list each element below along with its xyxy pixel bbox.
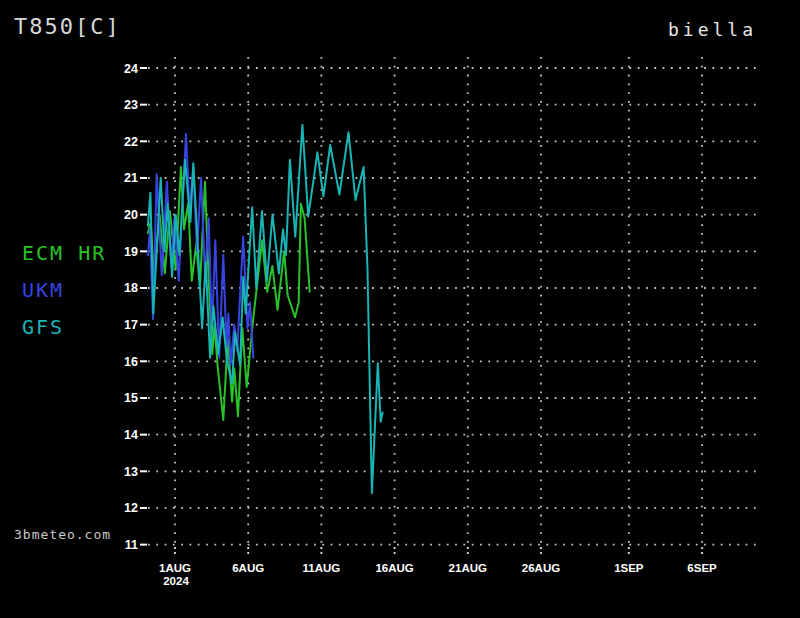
y-tick-label: 14 xyxy=(124,428,138,442)
series-line-gfs xyxy=(148,125,383,494)
y-tick-label: 17 xyxy=(124,318,138,332)
x-tick-label: 1AUG xyxy=(159,562,191,574)
x-tick-label: 11AUG xyxy=(303,562,341,574)
y-tick-label: 16 xyxy=(124,355,138,369)
y-tick-label: 22 xyxy=(124,135,138,149)
y-tick-label: 21 xyxy=(124,171,138,185)
y-tick-label: 19 xyxy=(124,245,138,259)
x-tick-sublabel: 2024 xyxy=(163,575,189,587)
y-tick-label: 13 xyxy=(124,465,138,479)
chart-canvas: 24232221201918171615141312111AUG20246AUG… xyxy=(0,0,800,618)
series-line-ecm-hr xyxy=(148,167,310,420)
y-tick-label: 15 xyxy=(124,391,138,405)
x-tick-label: 6AUG xyxy=(232,562,264,574)
y-tick-label: 11 xyxy=(125,538,138,552)
x-tick-label: 21AUG xyxy=(449,562,487,574)
x-tick-label: 16AUG xyxy=(375,562,413,574)
x-tick-label: 6SEP xyxy=(687,562,717,574)
y-tick-label: 18 xyxy=(124,281,138,295)
y-tick-label: 23 xyxy=(124,98,138,112)
y-tick-label: 20 xyxy=(124,208,138,222)
y-tick-label: 12 xyxy=(124,501,138,515)
x-tick-label: 26AUG xyxy=(522,562,560,574)
y-tick-label: 24 xyxy=(124,62,138,76)
x-tick-label: 1SEP xyxy=(614,562,644,574)
meteogram-screen: T850[C] biella ECM HR UKM GFS 3bmeteo.co… xyxy=(0,0,800,618)
